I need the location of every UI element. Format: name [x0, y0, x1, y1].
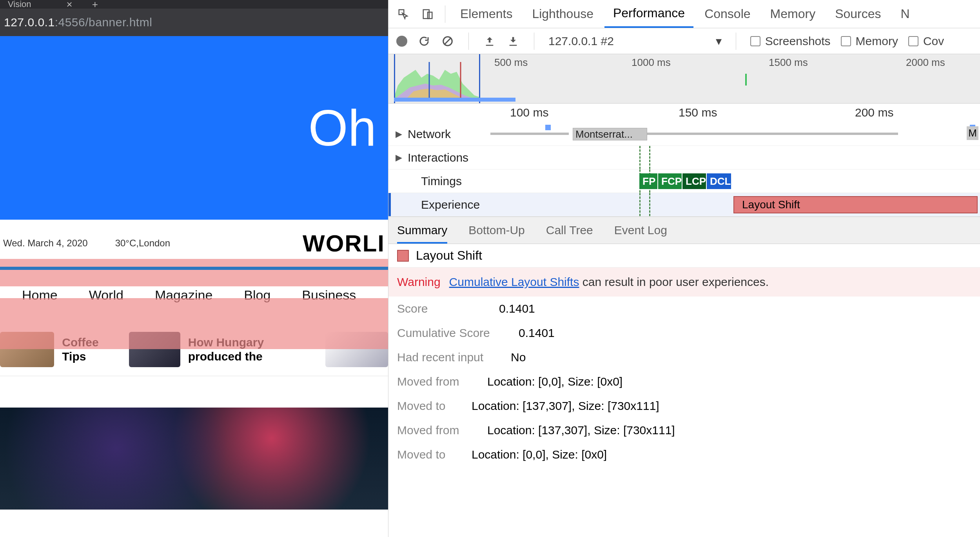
- devtools-tab-sources[interactable]: Sources: [826, 0, 889, 28]
- nav-item[interactable]: Magazine: [155, 288, 212, 303]
- warning-label: Warning: [397, 275, 441, 289]
- svg-rect-1: [428, 12, 432, 18]
- summary-row: Had recent inputNo: [388, 345, 980, 370]
- summary-key: Moved from: [397, 424, 475, 437]
- url-host: 127.0.0.1: [4, 16, 55, 29]
- nav-item[interactable]: Home: [22, 288, 58, 303]
- site-title: WORLI: [303, 230, 385, 257]
- summary-key: Moved to: [397, 448, 460, 461]
- timeline-ruler[interactable]: 100 ms 150 ms 200 ms: [388, 104, 980, 122]
- layout-shift-bar[interactable]: Layout Shift: [733, 196, 978, 213]
- target-label: 127.0.0.1 #2: [548, 35, 614, 48]
- story-title: Coffee Tips: [62, 335, 117, 364]
- timeline-tick: 200 ms: [855, 106, 893, 119]
- lane-interactions[interactable]: ▶ Interactions: [388, 146, 980, 169]
- download-icon[interactable]: [506, 35, 520, 48]
- lane-timings[interactable]: ▶ Timings FP FCP LCP DCL: [388, 169, 980, 193]
- svg-line-3: [445, 38, 451, 44]
- clear-icon[interactable]: [441, 35, 454, 48]
- detail-tab-bottomup[interactable]: Bottom-Up: [468, 224, 524, 237]
- close-icon[interactable]: ×: [67, 0, 73, 11]
- summary-value: Location: [0,0], Size: [0x0]: [487, 375, 622, 388]
- record-icon[interactable]: [396, 36, 407, 47]
- overview-marker: [745, 74, 747, 86]
- target-dropdown[interactable]: 127.0.0.1 #2 ▾: [548, 34, 722, 48]
- article-hero-image: [0, 408, 388, 510]
- network-request-tail[interactable]: M: [967, 126, 978, 140]
- disclosure-triangle-icon[interactable]: ▶: [396, 153, 402, 163]
- lane-network[interactable]: ▶ Network Montserrat... M: [388, 122, 980, 146]
- cls-link[interactable]: Cumulative Layout Shifts: [449, 275, 579, 288]
- story-thumb: [0, 332, 54, 367]
- lane-label: Experience: [421, 198, 480, 211]
- network-request-montserrat[interactable]: Montserrat...: [573, 128, 647, 140]
- nav-item[interactable]: Blog: [244, 288, 270, 303]
- detail-tab-eventlog[interactable]: Event Log: [614, 224, 667, 237]
- chevron-down-icon: ▾: [716, 34, 722, 48]
- svg-rect-0: [423, 9, 429, 18]
- summary-value: Location: [137,307], Size: [730x111]: [487, 424, 675, 437]
- overview-ruler[interactable]: 500 ms 1000 ms 1500 ms 2000 ms: [388, 54, 980, 104]
- inspect-icon[interactable]: [396, 6, 411, 22]
- devtools-tab-console[interactable]: Console: [696, 0, 759, 28]
- url-path: :4556/banner.html: [55, 16, 152, 29]
- summary-value: 0.1401: [519, 326, 555, 340]
- lane-label: Interactions: [408, 151, 468, 164]
- devtools-tab-memory[interactable]: Memory: [762, 0, 824, 28]
- hero-banner: Oh: [0, 36, 388, 220]
- timing-lcp[interactable]: LCP: [682, 173, 706, 189]
- story-item[interactable]: How Hungary produced the: [129, 332, 314, 367]
- disclosure-triangle-icon[interactable]: ▶: [396, 129, 402, 139]
- story-thumb: [325, 332, 388, 367]
- overview-tick: 1000 ms: [632, 56, 671, 69]
- lane-experience[interactable]: ▶ Experience Layout Shift: [388, 193, 980, 217]
- new-tab-icon[interactable]: +: [92, 0, 98, 11]
- timing-fcp[interactable]: FCP: [658, 173, 682, 189]
- nav-item[interactable]: S: [387, 288, 388, 303]
- lane-label: Network: [408, 127, 451, 141]
- browser-tab[interactable]: Vision ×: [0, 0, 80, 11]
- meta-date: Wed. March 4, 2020: [3, 238, 88, 249]
- address-bar[interactable]: 127.0.0.1:4556/banner.html: [0, 9, 388, 36]
- story-title: How Hungary produced the: [188, 335, 314, 364]
- overview-selection[interactable]: [394, 54, 480, 103]
- summary-value: 0.1401: [499, 302, 535, 315]
- meta-weather: 30°C,London: [115, 238, 170, 249]
- summary-value: Location: [0,0], Size: [0x0]: [472, 448, 607, 461]
- devtools-panel: Elements Lighthouse Performance Console …: [388, 0, 980, 537]
- timeline-tick: 150 ms: [679, 106, 717, 119]
- summary-key: Score: [397, 302, 487, 315]
- detail-tab-summary[interactable]: Summary: [397, 224, 447, 237]
- detail-tab-calltree[interactable]: Call Tree: [546, 224, 593, 237]
- device-toggle-icon[interactable]: [420, 6, 436, 22]
- overview-tick: 1500 ms: [769, 56, 808, 69]
- story-thumb: [129, 332, 180, 367]
- memory-checkbox[interactable]: Memory: [841, 35, 898, 48]
- checkbox-label: Screenshots: [765, 35, 831, 48]
- summary-key: Moved to: [397, 399, 460, 413]
- screenshots-checkbox[interactable]: Screenshots: [750, 35, 831, 48]
- timing-dcl[interactable]: DCL: [707, 173, 731, 189]
- warning-text: can result in poor user experiences.: [583, 275, 769, 288]
- devtools-tab-performance[interactable]: Performance: [604, 0, 693, 28]
- network-request-marker[interactable]: [545, 125, 551, 130]
- upload-icon[interactable]: [483, 35, 496, 48]
- timing-fp[interactable]: FP: [639, 173, 657, 189]
- network-bar[interactable]: [647, 133, 898, 135]
- devtools-tabs: Elements Lighthouse Performance Console …: [388, 0, 980, 28]
- story-item[interactable]: Coffee Tips: [0, 332, 117, 367]
- detail-tabs: Summary Bottom-Up Call Tree Event Log: [388, 217, 980, 244]
- color-swatch: [397, 250, 409, 262]
- main-nav: Home World Magazine Blog Business S: [0, 267, 388, 323]
- devtools-tab-more[interactable]: N: [892, 0, 918, 28]
- devtools-tab-elements[interactable]: Elements: [452, 0, 521, 28]
- nav-item[interactable]: World: [89, 288, 123, 303]
- network-bar[interactable]: [490, 133, 569, 135]
- devtools-tab-lighthouse[interactable]: Lighthouse: [523, 0, 602, 28]
- story-item[interactable]: [325, 332, 388, 367]
- coverage-checkbox[interactable]: Cov: [908, 35, 944, 48]
- reload-icon[interactable]: [417, 35, 431, 48]
- nav-item[interactable]: Business: [302, 288, 356, 303]
- tab-title: Vision: [8, 0, 31, 9]
- summary-key: Moved from: [397, 375, 475, 388]
